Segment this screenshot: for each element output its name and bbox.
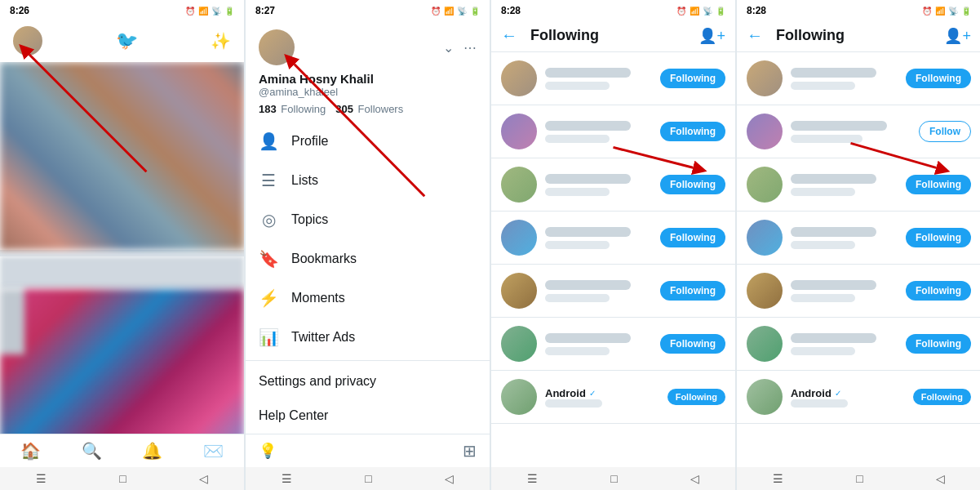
home-android-icon-3[interactable]: □ bbox=[610, 472, 617, 485]
following-item-4-2: Follow bbox=[737, 105, 980, 158]
feed-top-image bbox=[0, 62, 244, 250]
qr-icon[interactable]: ⊞ bbox=[463, 441, 477, 461]
feed-bottom-image bbox=[0, 289, 244, 434]
user-name-blur-4-6 bbox=[791, 333, 876, 343]
back-button-4[interactable]: ← bbox=[747, 26, 763, 45]
alarm-icon-4: ⏰ bbox=[922, 7, 932, 16]
back-android-icon-2[interactable]: ◁ bbox=[445, 472, 454, 485]
alarm-icon: ⏰ bbox=[185, 7, 195, 16]
search-nav-icon[interactable]: 🔍 bbox=[82, 441, 102, 461]
home-nav-icon[interactable]: 🏠 bbox=[20, 441, 41, 461]
followers-stat[interactable]: 305 Followers bbox=[335, 103, 403, 115]
menu-item-help[interactable]: Help Center bbox=[246, 399, 490, 433]
user-name-blur-4 bbox=[545, 227, 631, 237]
sidebar-footer: 💡 ⊞ bbox=[246, 434, 490, 467]
user-info-2 bbox=[545, 121, 652, 143]
user-name-blur-1 bbox=[545, 68, 631, 78]
status-icons-4: ⏰ 📶 📡 🔋 bbox=[922, 7, 971, 16]
following-button-5[interactable]: Following bbox=[660, 281, 725, 301]
follow-button-4-2[interactable]: Follow bbox=[919, 121, 971, 142]
menu-android-icon[interactable]: ☰ bbox=[36, 472, 47, 485]
user-name-blur-2 bbox=[545, 121, 631, 131]
moments-menu-icon: ⚡ bbox=[259, 288, 278, 308]
menu-item-bookmarks[interactable]: 🔖 Bookmarks bbox=[246, 239, 490, 278]
following-button-4-4[interactable]: Following bbox=[906, 228, 971, 247]
add-person-button-4[interactable]: 👤+ bbox=[944, 27, 971, 45]
following-button-1[interactable]: Following bbox=[660, 69, 725, 88]
following-button-2[interactable]: Following bbox=[660, 122, 725, 141]
menu-item-moments[interactable]: ⚡ Moments bbox=[246, 278, 490, 318]
time-3: 8:28 bbox=[501, 5, 521, 16]
messages-nav-icon[interactable]: ✉️ bbox=[203, 441, 224, 461]
time-4: 8:28 bbox=[747, 5, 766, 16]
more-icon[interactable]: ⋯ bbox=[463, 40, 477, 56]
topics-menu-icon: ◎ bbox=[259, 210, 278, 229]
user-info-4-6 bbox=[791, 333, 898, 355]
user-handle-blur-4-1 bbox=[791, 82, 855, 90]
followers-label: Followers bbox=[358, 103, 404, 115]
twitter-ads-menu-label: Twitter Ads bbox=[291, 330, 355, 345]
bulb-icon[interactable]: 💡 bbox=[259, 442, 277, 460]
profile-avatar[interactable] bbox=[259, 29, 295, 65]
back-button-3[interactable]: ← bbox=[501, 26, 517, 45]
following-item-3: Following bbox=[491, 158, 735, 212]
menu-item-profile[interactable]: 👤 Profile bbox=[246, 122, 490, 161]
following-item-4-4: Following bbox=[737, 212, 980, 265]
following-item-android-3: Android ✓ Following bbox=[491, 371, 735, 424]
alarm-icon-3: ⏰ bbox=[676, 7, 686, 16]
menu-item-settings[interactable]: Settings and privacy bbox=[246, 364, 490, 399]
profile-avatar-row: ⌄ ⋯ bbox=[259, 29, 477, 65]
following-title-4: Following bbox=[776, 27, 931, 44]
screen1-phone: 8:26 ⏰ 📶 📡 🔋 🐦 ✨ 🏠 🔍 🔔 ✉️ bbox=[0, 0, 245, 490]
user-info-4-2 bbox=[791, 121, 911, 143]
user-avatar-1 bbox=[501, 60, 537, 96]
menu-item-twitter-ads[interactable]: 📊 Twitter Ads bbox=[246, 318, 490, 357]
avatar-nav[interactable] bbox=[13, 26, 42, 56]
home-android-icon-2[interactable]: □ bbox=[365, 472, 371, 485]
android-following-button-4[interactable]: Following bbox=[913, 389, 971, 405]
user-handle-blur-4 bbox=[545, 241, 610, 249]
following-button-4-5[interactable]: Following bbox=[906, 281, 971, 301]
following-item-4-5: Following bbox=[737, 265, 980, 318]
following-stat[interactable]: 183 Following bbox=[259, 103, 326, 115]
profile-section: ⌄ ⋯ Amina Hosny Khalil @amina_khaleel 18… bbox=[246, 20, 490, 122]
following-button-3[interactable]: Following bbox=[660, 175, 725, 194]
topics-menu-label: Topics bbox=[291, 212, 328, 227]
profile-stats: 183 Following 305 Followers bbox=[259, 103, 477, 115]
battery-icon-3: 🔋 bbox=[716, 7, 725, 16]
user-name-blur-4-4 bbox=[791, 227, 876, 237]
following-button-4[interactable]: Following bbox=[660, 228, 725, 247]
notifications-nav-icon[interactable]: 🔔 bbox=[142, 441, 162, 461]
screen4-phone: 8:28 ⏰ 📶 📡 🔋 ← Following 👤+ bbox=[737, 0, 980, 490]
following-button-4-3[interactable]: Following bbox=[906, 175, 971, 194]
home-android-icon-4[interactable]: □ bbox=[856, 472, 862, 485]
back-android-icon[interactable]: ◁ bbox=[199, 472, 208, 485]
menu-android-icon-2[interactable]: ☰ bbox=[282, 472, 292, 485]
user-avatar-6 bbox=[501, 326, 537, 362]
battery-icon-4: 🔋 bbox=[961, 7, 971, 16]
android-handle-4 bbox=[791, 399, 848, 408]
following-button-6[interactable]: Following bbox=[660, 334, 725, 354]
add-person-button-3[interactable]: 👤+ bbox=[698, 27, 725, 45]
android-following-button-3[interactable]: Following bbox=[667, 389, 725, 405]
back-android-icon-4[interactable]: ◁ bbox=[936, 472, 945, 485]
status-bar-1: 8:26 ⏰ 📶 📡 🔋 bbox=[0, 0, 244, 20]
user-avatar-3 bbox=[501, 167, 537, 203]
following-button-4-6[interactable]: Following bbox=[906, 334, 971, 354]
back-android-icon-3[interactable]: ◁ bbox=[690, 472, 699, 485]
following-button-4-1[interactable]: Following bbox=[906, 69, 971, 88]
menu-item-topics[interactable]: ◎ Topics bbox=[246, 200, 490, 239]
home-android-icon[interactable]: □ bbox=[119, 472, 126, 485]
menu-android-icon-4[interactable]: ☰ bbox=[773, 472, 783, 485]
menu-android-icon-3[interactable]: ☰ bbox=[527, 472, 538, 485]
user-handle-blur-2 bbox=[545, 135, 610, 143]
user-handle-blur-3 bbox=[545, 188, 610, 196]
user-handle-blur-4-6 bbox=[791, 347, 855, 355]
chevron-down-icon[interactable]: ⌄ bbox=[443, 40, 454, 56]
user-avatar-4-3 bbox=[747, 167, 783, 203]
user-avatar-4-4 bbox=[747, 220, 783, 256]
wifi-icon-3: 📶 bbox=[690, 7, 699, 16]
sparkle-icon[interactable]: ✨ bbox=[211, 31, 231, 51]
menu-item-lists[interactable]: ☰ Lists bbox=[246, 161, 490, 200]
following-header-3: ← Following 👤+ bbox=[491, 20, 735, 52]
